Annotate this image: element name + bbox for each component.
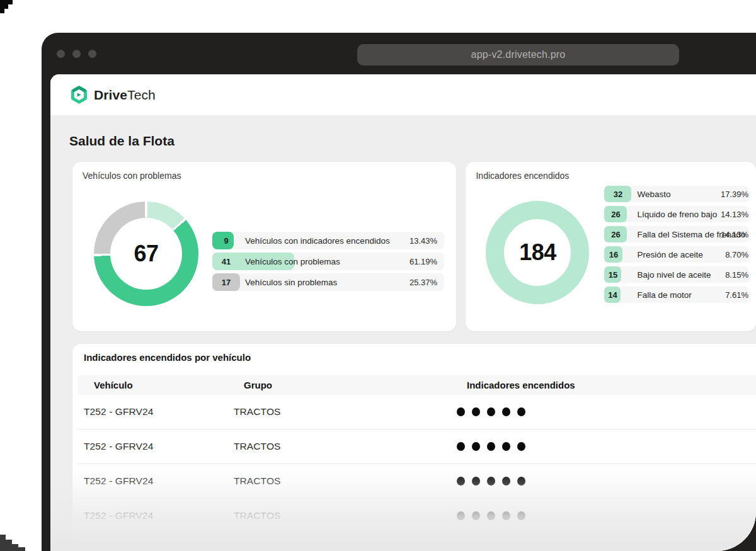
indicator-row: 26 Líquido de freno bajo 14.13% bbox=[604, 206, 748, 222]
indicators-list: 32 Webasto 17.39% 26 Líquido de freno ba… bbox=[604, 186, 748, 307]
indicator-dot-icon bbox=[457, 477, 465, 486]
indicator-dots bbox=[457, 511, 525, 520]
indicator-label: Líquido de freno bajo bbox=[637, 206, 717, 222]
indicator-dot-icon bbox=[472, 442, 480, 451]
table-header: Vehículo Grupo Indicadores encendidos bbox=[77, 375, 756, 395]
indicator-dot-icon bbox=[472, 477, 480, 486]
indicator-dot-icon bbox=[487, 442, 495, 451]
drivetech-logo[interactable]: DriveTech bbox=[69, 85, 156, 105]
indicator-dot-icon bbox=[487, 407, 495, 416]
indicator-dot-icon bbox=[502, 407, 510, 416]
indicator-badge: 15 bbox=[604, 266, 621, 283]
legend-row: 9 Vehículos con indicadores encendidos 1… bbox=[212, 232, 444, 249]
indicator-badge: 26 bbox=[604, 226, 627, 242]
indicator-badge: 14 bbox=[604, 287, 621, 303]
indicator-badge: 26 bbox=[604, 206, 627, 222]
table-row[interactable]: T252 - GFRV24 TRACTOS bbox=[72, 429, 756, 463]
indicator-dot-icon bbox=[472, 407, 480, 416]
indicator-percent: 7.61% bbox=[725, 287, 748, 303]
legend-value: 17 bbox=[212, 273, 240, 291]
table-row[interactable]: T252 - GFRV24 TRACTOS bbox=[72, 395, 756, 429]
indicator-row: 16 Presión de aceite 8.70% bbox=[604, 246, 748, 263]
indicator-dot-icon bbox=[502, 477, 510, 486]
cell-vehiculo: T252 - GFRV24 bbox=[84, 441, 153, 452]
indicators-total: 184 bbox=[519, 239, 556, 266]
legend-percent: 25.37% bbox=[410, 273, 437, 291]
app-header: DriveTech bbox=[50, 74, 756, 115]
indicator-dots bbox=[457, 442, 525, 451]
indicator-label: Webasto bbox=[637, 186, 670, 202]
indicator-percent: 8.70% bbox=[725, 246, 748, 263]
legend-percent: 61.19% bbox=[410, 253, 437, 270]
card-title: Vehículos con problemas bbox=[83, 171, 181, 181]
card-indicadores-encendidos: Indicadores encendidos 184 32 Webasto 17… bbox=[466, 162, 756, 331]
legend-label: Vehículos con indicadores encendidos bbox=[245, 232, 390, 249]
indicator-dot-icon bbox=[502, 511, 510, 520]
indicator-row: 14 Falla de motor 7.61% bbox=[604, 287, 748, 303]
column-header-indicadores: Indicadores encendidos bbox=[467, 380, 575, 390]
indicator-percent: 14.13% bbox=[721, 206, 748, 222]
cell-grupo: TRACTOS bbox=[234, 406, 280, 418]
browser-titlebar: app-v2.drivetech.pro bbox=[42, 33, 756, 74]
indicator-dot-icon bbox=[457, 407, 465, 416]
app-content: DriveTech Salud de la Flota Vehículos co… bbox=[50, 74, 756, 551]
indicator-dot-icon bbox=[457, 442, 465, 451]
cell-vehiculo: T252 - GFRV24 bbox=[84, 406, 153, 418]
indicator-percent: 14.13% bbox=[721, 226, 748, 242]
indicator-dot-icon bbox=[517, 442, 525, 451]
table-title: Indicadores encendidos por vehículo bbox=[84, 352, 251, 363]
indicator-row: 15 Bajo nivel de aceite 8.15% bbox=[604, 266, 748, 283]
card-title: Indicadores encendidos bbox=[476, 171, 569, 181]
indicator-dot-icon bbox=[487, 511, 495, 520]
cell-vehiculo: T252 - GFRV24 bbox=[84, 510, 153, 521]
card-indicadores-por-vehiculo: Indicadores encendidos por vehículo Vehí… bbox=[72, 344, 756, 551]
decor-corner-top-left bbox=[0, 0, 18, 18]
legend-row: 17 Vehículos sin problemas 25.37% bbox=[212, 273, 444, 291]
column-header-vehiculo: Vehículo bbox=[94, 380, 133, 390]
indicators-donut-chart: 184 bbox=[486, 201, 589, 304]
problems-legend: 9 Vehículos con indicadores encendidos 1… bbox=[212, 232, 444, 294]
indicator-label: Bajo nivel de aceite bbox=[637, 266, 711, 283]
indicator-dot-icon bbox=[517, 477, 525, 486]
browser-window: app-v2.drivetech.pro DriveTech Salud de … bbox=[42, 33, 756, 551]
indicator-label: Falla de motor bbox=[637, 287, 691, 303]
window-minimize-button[interactable] bbox=[72, 50, 81, 58]
legend-label: Vehículos con problemas bbox=[245, 253, 340, 270]
table-row[interactable]: T252 - GFRV24 TRACTOS bbox=[72, 464, 756, 498]
cell-vehiculo: T252 - GFRV24 bbox=[84, 475, 153, 487]
page-title: Salud de la Flota bbox=[69, 133, 756, 149]
legend-label: Vehículos sin problemas bbox=[245, 273, 337, 291]
indicator-dot-icon bbox=[457, 511, 465, 520]
indicator-dot-icon bbox=[517, 511, 525, 520]
window-maximize-button[interactable] bbox=[88, 50, 96, 58]
indicator-row: 26 Falla del Sistema de frenado 14.13% bbox=[604, 226, 748, 242]
indicator-percent: 8.15% bbox=[725, 266, 748, 283]
indicator-badge: 16 bbox=[604, 246, 622, 263]
legend-percent: 13.43% bbox=[410, 232, 437, 249]
drivetech-logo-text: DriveTech bbox=[94, 88, 156, 103]
traffic-lights bbox=[57, 50, 96, 58]
cell-grupo: TRACTOS bbox=[234, 510, 280, 521]
table-row[interactable]: T252 - GFRV24 TRACTOS bbox=[72, 499, 756, 533]
indicator-label: Presión de aceite bbox=[637, 246, 702, 263]
indicator-dot-icon bbox=[517, 407, 525, 416]
indicator-badge: 32 bbox=[604, 186, 631, 202]
indicator-dot-icon bbox=[472, 511, 480, 520]
url-bar[interactable]: app-v2.drivetech.pro bbox=[357, 44, 679, 65]
legend-value: 41 bbox=[212, 253, 240, 270]
problems-donut-chart: 67 bbox=[94, 202, 198, 306]
indicator-dots bbox=[457, 477, 525, 486]
indicator-dot-icon bbox=[487, 477, 495, 486]
decor-corner-bottom-left bbox=[0, 526, 28, 551]
window-close-button[interactable] bbox=[57, 50, 65, 58]
indicator-row: 32 Webasto 17.39% bbox=[604, 186, 748, 202]
problems-total: 67 bbox=[94, 202, 198, 306]
indicator-dot-icon bbox=[502, 442, 510, 451]
cell-grupo: TRACTOS bbox=[234, 475, 280, 487]
drivetech-logo-icon bbox=[69, 85, 89, 105]
row-divider bbox=[77, 533, 756, 533]
cell-grupo: TRACTOS bbox=[234, 441, 280, 452]
legend-row: 41 Vehículos con problemas 61.19% bbox=[212, 253, 444, 270]
indicator-dots bbox=[457, 407, 525, 416]
indicator-percent: 17.39% bbox=[721, 186, 748, 202]
